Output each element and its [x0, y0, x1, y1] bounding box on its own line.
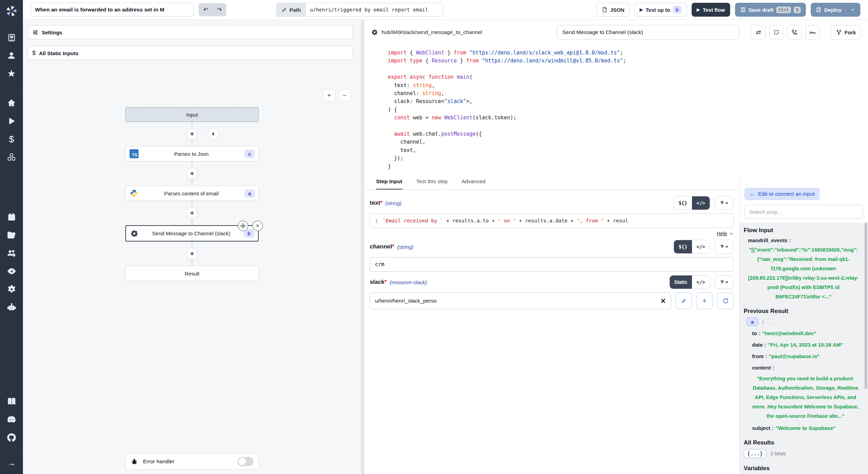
scrollbar-thumb[interactable] — [865, 222, 867, 389]
flow-node-send-message[interactable]: Send Message to Channel (slack) b × — [125, 225, 259, 242]
prop-value[interactable]: "Everything you need to build a product:… — [748, 374, 863, 421]
zoom-out-button[interactable]: − — [338, 89, 351, 102]
code-editor[interactable]: import { WebClient } from "https://deno.… — [364, 45, 868, 174]
webhook-button[interactable] — [787, 25, 802, 40]
edit-resource-button[interactable] — [675, 293, 692, 309]
windmill-logo-icon[interactable] — [0, 0, 23, 22]
workers-robot-icon[interactable] — [0, 298, 23, 316]
panel-splitter[interactable] — [361, 20, 364, 474]
add-step-button[interactable]: + — [186, 248, 198, 260]
error-handler-toggle[interactable] — [237, 457, 253, 466]
deploy-button[interactable]: Deploy — [811, 3, 860, 17]
text-connect-plug-button[interactable] — [715, 196, 734, 210]
runs-play-icon[interactable] — [0, 112, 23, 130]
folders-icon[interactable] — [0, 226, 23, 244]
undo-button[interactable]: ↶ — [199, 3, 212, 16]
slack-connect-plug-button[interactable] — [715, 275, 734, 289]
toggle-template-mode[interactable]: ${} — [674, 196, 692, 210]
prop-key[interactable]: content — [752, 365, 771, 371]
slack-resource-value[interactable] — [375, 298, 660, 304]
tab-step-input[interactable]: Step Input — [376, 174, 402, 189]
plug-arrow-icon — [720, 244, 729, 249]
prop-key[interactable]: from — [752, 353, 763, 359]
expand-editor-button[interactable] — [769, 25, 784, 40]
collapse-button[interactable]: - — [768, 319, 775, 325]
variables-dollar-icon[interactable]: $ — [0, 130, 23, 148]
phone-incoming-icon — [791, 29, 798, 35]
discord-icon[interactable] — [0, 410, 23, 429]
edit-or-connect-button[interactable]: ← Edit or connect an input — [744, 188, 820, 200]
chevron-down-icon[interactable] — [850, 7, 855, 12]
flow-node-parses-content[interactable]: Parses content of email a — [125, 186, 259, 201]
text-expression-editor[interactable]: 1 `Email received by ` + results.a.to + … — [370, 213, 734, 228]
json-button[interactable]: JSON — [596, 3, 629, 17]
add-resource-button[interactable]: + — [696, 293, 713, 309]
flow-settings-button[interactable]: Settings — [28, 25, 353, 39]
toggle-template-mode[interactable]: ${} — [674, 240, 692, 253]
path-input[interactable] — [306, 3, 443, 16]
error-handler-bar[interactable]: Error handler — [125, 453, 259, 470]
test-up-to-button[interactable]: ▶ Test up to b — [634, 3, 686, 17]
resources-cubes-icon[interactable] — [0, 148, 23, 166]
trigger-bolt-button[interactable] — [208, 128, 219, 140]
test-flow-button[interactable]: ▶ Test flow — [692, 3, 730, 17]
all-results-title: All Results — [744, 439, 863, 446]
channel-connect-plug-button[interactable] — [715, 240, 734, 254]
save-draft-button[interactable]: Save draft Ctrl S — [735, 3, 806, 17]
result-a-badge[interactable]: a — [746, 318, 758, 326]
chevron-down-icon — [729, 231, 734, 236]
flow-title-input[interactable] — [31, 3, 194, 17]
tab-test-this-step[interactable]: Test this step — [416, 174, 448, 189]
fork-button[interactable]: Fork — [831, 25, 861, 40]
audit-eye-icon[interactable] — [0, 262, 23, 280]
search-prop-input[interactable] — [744, 205, 863, 219]
home-icon[interactable] — [0, 94, 23, 112]
schedules-calendar-icon[interactable] — [0, 208, 23, 226]
docs-book-icon[interactable] — [0, 392, 23, 410]
user-icon[interactable] — [0, 46, 23, 65]
prop-value[interactable]: "henri@windmill.dev" — [762, 330, 816, 336]
prop-key[interactable]: subject — [752, 425, 770, 431]
toggle-js-mode[interactable]: </> — [692, 276, 710, 289]
channel-value-input[interactable] — [370, 257, 734, 272]
prop-value[interactable]: "paul@supabase.io" — [769, 353, 819, 359]
add-step-button[interactable]: + — [186, 128, 198, 140]
toggle-js-mode[interactable]: </> — [692, 196, 710, 210]
tab-advanced[interactable]: Advanced — [461, 174, 485, 189]
workspace-icon[interactable] — [0, 28, 23, 46]
collapse-sidebar-arrow-icon[interactable]: → — [0, 452, 23, 474]
flow-node-input[interactable]: Input — [125, 107, 259, 122]
prop-key[interactable]: to — [752, 330, 757, 336]
all-static-inputs-button[interactable]: $ All Static Inputs — [28, 46, 353, 60]
reload-script-button[interactable]: ⇄ — [751, 25, 766, 40]
all-results-expander[interactable]: {...} — [744, 449, 766, 458]
favorites-star-icon[interactable]: ★ — [0, 65, 23, 83]
groups-icon[interactable] — [0, 244, 23, 262]
clear-resource-button[interactable]: ✕ — [660, 297, 666, 305]
slack-resource-picker[interactable]: ✕ — [370, 293, 671, 309]
flow-canvas[interactable]: Settings $ All Static Inputs + − Input — [23, 20, 361, 474]
redo-button[interactable]: ↷ — [212, 3, 226, 16]
add-step-button[interactable]: + — [186, 207, 198, 219]
path-edit-button[interactable]: Path — [277, 3, 306, 16]
refresh-resource-button[interactable] — [717, 293, 734, 309]
delete-node-button[interactable]: × — [252, 221, 263, 231]
step-name-input[interactable] — [557, 25, 739, 40]
add-step-button[interactable]: + — [186, 168, 198, 179]
prop-key[interactable]: mandrill_events — [748, 237, 787, 243]
flow-node-result[interactable]: Result — [125, 266, 259, 281]
zoom-in-button[interactable]: + — [323, 89, 335, 102]
settings-gear-icon[interactable] — [0, 280, 23, 298]
help-link[interactable]: Help — [717, 231, 727, 236]
inline-preview-button[interactable] — [805, 25, 820, 40]
flow-node-parses-to-json[interactable]: TS Parses to Json c — [125, 146, 259, 161]
prop-value[interactable]: "[{"event":"inbound","ts":1683819426,"ms… — [744, 245, 863, 302]
prop-value[interactable]: "Welcome to Supabase" — [776, 425, 836, 431]
prop-value[interactable]: "Fri, Apr 14, 2023 at 10:28 AM" — [768, 342, 843, 348]
toggle-static-mode[interactable]: Static — [670, 276, 692, 289]
toggle-js-mode[interactable]: </> — [692, 240, 710, 253]
prop-key[interactable]: date — [752, 342, 763, 348]
refresh-icon — [723, 298, 728, 304]
move-node-button[interactable] — [238, 221, 248, 231]
github-icon[interactable] — [0, 429, 23, 447]
